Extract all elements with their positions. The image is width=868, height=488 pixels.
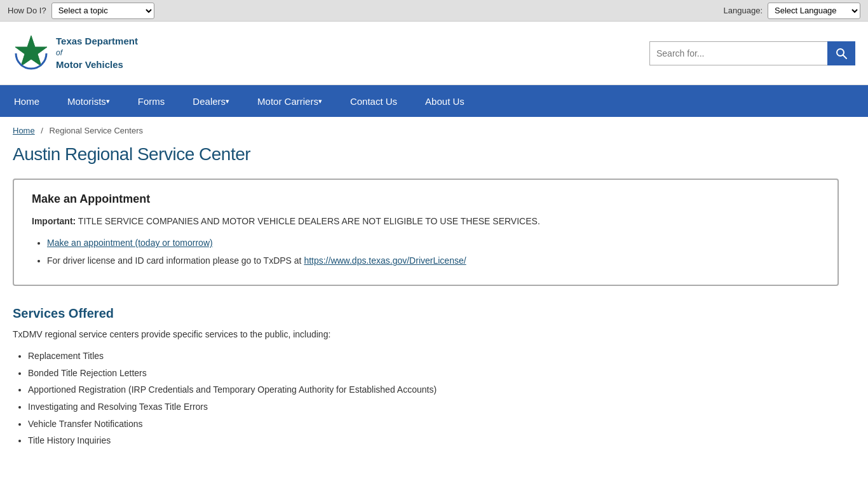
logo-area: Texas Department of Motor Vehicles <box>13 34 138 72</box>
logo-of: of <box>56 48 62 57</box>
txdps-link[interactable]: https://www.dps.texas.gov/DriverLicense/ <box>304 255 466 266</box>
nav-motorists-dropdown: Motorists <box>53 85 124 117</box>
page-title: Austin Regional Service Center <box>13 144 839 165</box>
nav-motor-carriers[interactable]: Motor Carriers <box>243 85 336 117</box>
breadcrumb-current: Regional Service Centers <box>50 126 143 135</box>
nav-about-us[interactable]: About Us <box>411 85 478 117</box>
breadcrumb-home-link[interactable]: Home <box>13 126 35 135</box>
appointment-list-item-2: For driver license and ID card informati… <box>47 254 820 268</box>
svg-marker-0 <box>15 36 47 66</box>
main-nav: Home Motorists Forms Dealers Motor Carri… <box>0 85 868 117</box>
how-do-i-label: How Do I? <box>8 6 46 15</box>
language-area: Language: Select LanguageSpanishVietname… <box>724 3 860 19</box>
services-intro: TxDMV regional service centers provide s… <box>13 327 839 341</box>
services-list-item: Investigating and Resolving Texas Title … <box>28 398 839 416</box>
how-do-i-area: How Do I? Select a topicRenew Registrati… <box>8 3 154 19</box>
svg-line-2 <box>843 55 847 58</box>
page-content: Austin Regional Service Center Make an A… <box>0 139 851 475</box>
search-area <box>649 41 855 65</box>
nav-motor-carriers-dropdown: Motor Carriers <box>243 85 336 117</box>
nav-contact-us[interactable]: Contact Us <box>336 85 411 117</box>
txdps-text: For driver license and ID card informati… <box>47 255 304 266</box>
nav-dealers[interactable]: Dealers <box>179 85 243 117</box>
important-body: TITLE SERVICE COMPANIES AND MOTOR VEHICL… <box>76 216 540 226</box>
important-text: Important: TITLE SERVICE COMPANIES AND M… <box>32 215 820 228</box>
services-list-item: Vehicle Transfer Notifications <box>28 416 839 433</box>
nav-forms[interactable]: Forms <box>124 85 179 117</box>
topic-select[interactable]: Select a topicRenew RegistrationGet a Ti… <box>51 3 154 19</box>
logo-dept: Texas Department <box>56 36 138 46</box>
appointment-list-item-1: Make an appointment (today or tomorrow) <box>47 236 820 250</box>
services-heading: Services Offered <box>13 306 839 321</box>
site-header: Texas Department of Motor Vehicles <box>0 22 868 85</box>
appointment-link[interactable]: Make an appointment (today or tomorrow) <box>47 238 213 248</box>
txdmv-logo-icon <box>13 34 50 72</box>
search-button[interactable] <box>827 41 855 65</box>
language-select[interactable]: Select LanguageSpanishVietnameseChineseK… <box>768 3 860 19</box>
language-label: Language: <box>724 6 763 15</box>
breadcrumb-separator: / <box>41 126 43 135</box>
appointment-heading: Make an Appointment <box>32 193 820 206</box>
search-input[interactable] <box>649 41 827 65</box>
search-icon <box>835 47 848 60</box>
services-list-item: Replacement Titles <box>28 348 839 365</box>
nav-motorists[interactable]: Motorists <box>53 85 124 117</box>
services-list-item: Apportioned Registration (IRP Credential… <box>28 381 839 398</box>
services-list: Replacement Titles Bonded Title Rejectio… <box>28 348 839 449</box>
logo-dmv: Motor Vehicles <box>56 59 123 70</box>
services-list-item: Title History Inquiries <box>28 432 839 449</box>
top-bar: How Do I? Select a topicRenew Registrati… <box>0 0 868 22</box>
nav-dealers-dropdown: Dealers <box>179 85 243 117</box>
nav-home[interactable]: Home <box>0 85 53 117</box>
appointment-list: Make an appointment (today or tomorrow) … <box>47 236 820 268</box>
services-list-item: Bonded Title Rejection Letters <box>28 365 839 382</box>
appointment-box: Make an Appointment Important: TITLE SER… <box>13 179 839 286</box>
important-label: Important: <box>32 216 76 226</box>
breadcrumb: Home / Regional Service Centers <box>0 117 868 139</box>
services-section: Services Offered TxDMV regional service … <box>13 306 839 449</box>
logo-text: Texas Department of Motor Vehicles <box>56 35 138 71</box>
